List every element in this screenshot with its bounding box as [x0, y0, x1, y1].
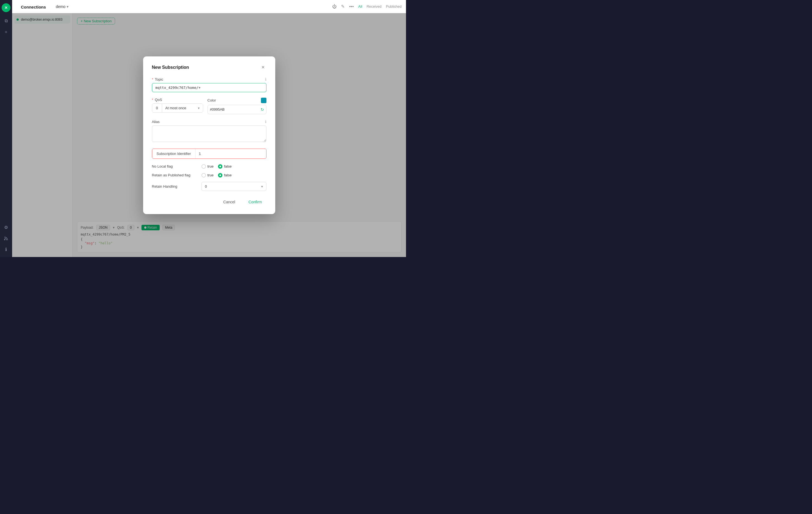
connections-title: Connections — [17, 1, 50, 12]
nav-received[interactable]: Received — [367, 4, 381, 8]
topic-info-icon[interactable]: ℹ — [265, 77, 266, 82]
nav-all[interactable]: All — [358, 4, 362, 8]
modal-close-button[interactable]: ✕ — [260, 64, 266, 71]
color-input-wrapper: ↻ — [207, 105, 266, 114]
retain-published-radio-group: true false — [202, 173, 232, 178]
retain-handling-value: 0 — [205, 184, 207, 188]
retain-handling-chevron-icon — [261, 184, 263, 188]
svg-point-0 — [4, 239, 5, 240]
nav-published[interactable]: Published — [386, 4, 402, 8]
qos-chevron-icon — [198, 106, 200, 110]
retain-pub-true-option[interactable]: true — [202, 173, 213, 178]
rss-icon[interactable] — [2, 234, 10, 243]
no-local-flag-row: No Local flag true false — [152, 164, 266, 169]
qos-dropdown[interactable]: At most once — [162, 104, 203, 112]
no-local-radio-group: true false — [202, 164, 232, 169]
sidebar-logo[interactable]: ✕ — [2, 3, 10, 12]
plus-icon[interactable]: ＋ — [2, 28, 10, 36]
copy-icon[interactable]: ⧉ — [2, 17, 10, 25]
modal-header: New Subscription ✕ — [152, 64, 266, 71]
retain-handling-label: Retain Handling — [152, 184, 202, 188]
modal-title: New Subscription — [152, 65, 189, 70]
topbar-right: ⏻ ✎ ••• All Received Published — [332, 4, 402, 9]
retain-handling-row: Retain Handling 0 — [152, 182, 266, 191]
power-icon[interactable]: ⏻ — [332, 4, 337, 9]
no-local-false-option[interactable]: false — [218, 164, 231, 169]
alias-label: Alias — [152, 120, 160, 124]
demo-label: demo — [56, 4, 65, 9]
color-group: Color ↻ — [207, 98, 266, 114]
topic-group: * Topic ℹ — [152, 77, 266, 92]
alias-group: Alias ℹ — [152, 120, 266, 143]
modal-footer: Cancel Confirm — [152, 198, 266, 206]
topbar: Connections demo ▾ ⏻ ✎ ••• All Received … — [12, 0, 406, 13]
cancel-button[interactable]: Cancel — [219, 198, 240, 206]
chevron-down-icon[interactable]: ▾ — [67, 4, 68, 9]
retain-published-label: Retain as Published flag — [152, 173, 202, 177]
no-local-label: No Local flag — [152, 164, 202, 169]
retain-pub-true-label: true — [207, 173, 213, 177]
retain-published-flag-row: Retain as Published flag true false — [152, 173, 266, 178]
sidebar: ✕ ⧉ ＋ ⚙ ℹ — [0, 0, 12, 257]
topic-input[interactable] — [152, 83, 266, 92]
color-label-row: Color — [207, 98, 266, 103]
subscription-identifier-wrapper: Subscription Identifier — [152, 149, 266, 159]
color-preview-swatch — [261, 98, 266, 103]
modal-overlay[interactable]: New Subscription ✕ * Topic ℹ — [12, 13, 406, 257]
no-local-true-option[interactable]: true — [202, 164, 213, 169]
no-local-true-radio[interactable] — [202, 164, 206, 169]
new-subscription-modal: New Subscription ✕ * Topic ℹ — [143, 56, 275, 214]
qos-group: * QoS 0 At most once — [152, 98, 203, 114]
no-local-false-label: false — [224, 164, 231, 169]
retain-pub-true-radio[interactable] — [202, 173, 206, 178]
edit-icon[interactable]: ✎ — [341, 4, 345, 9]
topbar-center: demo ▾ — [54, 4, 329, 9]
no-local-false-radio[interactable] — [218, 164, 223, 169]
retain-pub-false-label: false — [224, 173, 231, 177]
retain-pub-false-option[interactable]: false — [218, 173, 231, 178]
gear-icon[interactable]: ⚙ — [2, 223, 10, 232]
qos-number: 0 — [152, 104, 162, 112]
retain-handling-select[interactable]: 0 — [202, 182, 266, 191]
qos-text-label: At most once — [166, 106, 186, 110]
sub-id-input[interactable] — [196, 149, 266, 158]
content-area: demo@broker.emqx.io:8083 + New Subscript… — [12, 13, 406, 257]
no-local-true-label: true — [207, 164, 213, 169]
topic-label: Topic — [155, 77, 163, 82]
alias-textarea[interactable] — [152, 125, 266, 142]
main-content: Connections demo ▾ ⏻ ✎ ••• All Received … — [12, 0, 406, 257]
more-icon[interactable]: ••• — [349, 4, 354, 9]
demo-badge: demo ▾ — [56, 4, 68, 9]
topic-required-marker: * — [152, 77, 153, 82]
confirm-button[interactable]: Confirm — [244, 198, 266, 206]
qos-required-marker: * — [152, 98, 153, 102]
qos-select-wrapper[interactable]: 0 At most once — [152, 103, 203, 113]
retain-pub-false-radio[interactable] — [218, 173, 223, 178]
color-label: Color — [207, 98, 216, 102]
sub-id-label: Subscription Identifier — [152, 149, 196, 158]
color-refresh-icon[interactable]: ↻ — [258, 105, 266, 114]
color-hex-input[interactable] — [208, 105, 258, 114]
qos-label: QoS — [155, 98, 162, 102]
topic-label-row: * Topic ℹ — [152, 77, 266, 82]
alias-info-icon[interactable]: ℹ — [265, 120, 266, 124]
qos-label-row: * QoS — [152, 98, 203, 102]
alias-label-row: Alias ℹ — [152, 120, 266, 124]
qos-color-row: * QoS 0 At most once — [152, 98, 266, 114]
info-icon[interactable]: ℹ — [2, 245, 10, 254]
